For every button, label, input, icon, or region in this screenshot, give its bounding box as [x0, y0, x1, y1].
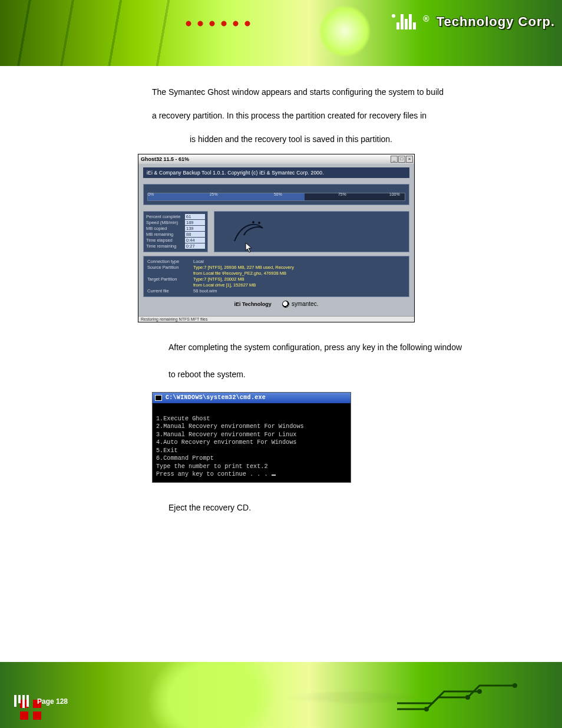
detail-value: Local	[193, 259, 204, 264]
ghost-screenshot: Ghost32 11.5 - 61% _ □ × iEi & Company B…	[138, 154, 415, 322]
ghost-progress-bar: 0% 25% 50% 75% 100%	[147, 193, 405, 201]
detail-label	[147, 282, 190, 288]
cmd-line: 4.Auto Recovery environment For Windows	[156, 439, 296, 446]
detail-label: Connection type	[147, 259, 190, 264]
page-num-bars-icon	[14, 695, 29, 708]
tick-25: 25%	[210, 192, 218, 196]
minimize-icon: _	[391, 156, 398, 163]
step8-line-1: After completing the system configuratio…	[152, 338, 497, 357]
cmd-icon	[155, 395, 162, 401]
detail-value: Type:7 [NTFS], 26936 MB, 227 MB used, Re…	[193, 265, 294, 270]
intro-line-1: The Symantec Ghost window appears and st…	[152, 83, 497, 101]
cmd-line: Type the number to print text.2	[156, 463, 268, 470]
tick-100: 100%	[389, 192, 400, 196]
stat-value: 139	[185, 226, 205, 231]
stat-label: MB copied	[146, 226, 183, 231]
intro-line-2: a recovery partition. In this process th…	[152, 106, 497, 125]
detail-value: from Local file \Recovery_PE2.gho, 47693…	[193, 271, 286, 276]
stat-label: MB remaining	[146, 232, 183, 237]
detail-value: from Local drive [1], 152627 MB	[193, 282, 256, 288]
ghost-statistics: Percent complete61 Speed (MB/min)189 MB …	[143, 211, 208, 252]
svg-point-1	[258, 222, 260, 224]
close-icon: ×	[406, 156, 413, 163]
registered-mark: ®	[423, 14, 429, 24]
cmd-line: 1.Execute Ghost	[156, 416, 210, 422]
ghost-details: Connection typeLocal Source PartitionTyp…	[143, 256, 409, 297]
page-number-text: Page 128	[37, 697, 68, 706]
detail-label: Current file	[147, 288, 190, 294]
svg-point-4	[424, 707, 429, 711]
ghost-graphic-panel	[214, 211, 409, 252]
detail-label	[147, 271, 190, 276]
ghost-footer: iEi Technology symantec.	[143, 297, 409, 311]
cmd-line: Press any key to continue . . .	[156, 471, 272, 477]
cmd-line: 5.Exit	[156, 447, 178, 454]
ghost-banner: iEi & Company Backup Tool 1.0.1. Copyrig…	[143, 167, 409, 178]
symantec-brand: symantec.	[282, 301, 319, 308]
circuit-trace-icon	[391, 674, 544, 715]
detail-label: Source Partition	[147, 265, 190, 270]
step-8: After completing the system configuratio…	[152, 338, 497, 483]
step8-line-2: to reboot the system.	[152, 365, 497, 384]
cmd-titlebar: C:\WINDOWS\system32\cmd.exe	[153, 393, 351, 403]
svg-point-2	[513, 683, 517, 688]
ghost-window-title: Ghost32 11.5 - 61%	[140, 156, 189, 162]
symantec-text: symantec.	[292, 301, 319, 307]
brand-name: Technology Corp.	[437, 14, 555, 29]
stat-value: 61	[185, 214, 205, 219]
detail-value: 58 boot.wim	[193, 288, 217, 294]
iei-logo-icon	[391, 14, 416, 29]
stat-label: Speed (MB/min)	[146, 220, 183, 225]
brand: ® Technology Corp.	[391, 14, 555, 29]
ghost-window-titlebar: Ghost32 11.5 - 61% _ □ ×	[138, 154, 414, 164]
stat-value: 0:27	[185, 243, 205, 249]
stat-value: 0:44	[185, 238, 205, 243]
svg-point-0	[252, 221, 254, 223]
window-controls: _ □ ×	[391, 156, 413, 163]
stat-label: Time remaining	[146, 243, 183, 249]
ghost-status-strip: Restoring remaining NTFS MFT files	[138, 316, 414, 322]
cmd-screenshot: C:\WINDOWS\system32\cmd.exe 1.Execute Gh…	[152, 392, 351, 483]
cmd-title: C:\WINDOWS\system32\cmd.exe	[166, 394, 266, 401]
symantec-icon	[282, 301, 289, 308]
cmd-body: 1.Execute Ghost 2.Manual Recovery enviro…	[153, 403, 351, 482]
detail-label: Target Partition	[147, 276, 190, 282]
page-content: The Symantec Ghost window appears and st…	[0, 66, 562, 537]
page-header-banner: ® Technology Corp.	[0, 0, 562, 66]
detail-value: Type:7 [NTFS], 20002 MB	[193, 276, 244, 282]
tick-75: 75%	[338, 192, 346, 196]
stat-value: 189	[185, 220, 205, 225]
cursor-icon	[272, 475, 276, 476]
tick-50: 50%	[274, 192, 282, 196]
step9-line: Eject the recovery CD.	[152, 498, 497, 517]
tick-0: 0%	[148, 192, 154, 196]
stat-value: 88	[185, 232, 205, 237]
intro-line-3: is hidden and the recovery tool is saved…	[152, 130, 497, 149]
cmd-line: 6.Command Prompt	[156, 455, 214, 462]
stat-label: Percent complete	[146, 214, 183, 219]
page-footer-banner: Page 128	[0, 662, 562, 728]
maximize-icon: □	[398, 156, 405, 163]
svg-point-5	[465, 695, 470, 700]
cmd-line: 3.Manual Recovery environment For Linux	[156, 431, 296, 438]
svg-point-3	[477, 689, 482, 694]
cmd-line: 2.Manual Recovery environment For Window…	[156, 423, 304, 430]
page-number: Page 128	[14, 695, 68, 708]
step-9: Eject the recovery CD.	[152, 498, 497, 517]
ghost-progress-panel: 0% 25% 50% 75% 100%	[143, 184, 409, 205]
iei-footer-brand: iEi Technology	[234, 301, 272, 307]
ghost-swoosh-icon	[230, 218, 267, 246]
cursor-icon	[245, 242, 253, 253]
stat-label: Time elapsed	[146, 238, 183, 243]
